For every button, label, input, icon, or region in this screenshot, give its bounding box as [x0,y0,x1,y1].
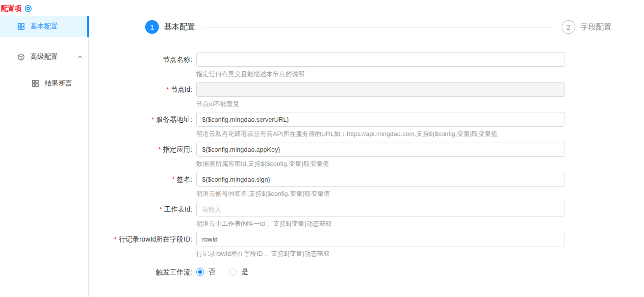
required-mark: * [114,236,117,243]
step-basic-config[interactable]: 1 基本配置 [145,20,195,34]
chevron-up-icon[interactable] [77,55,82,58]
aim-icon [25,5,32,12]
sidebar-item-label: 结果断言 [45,79,82,88]
trigger-workflow-radio-yes[interactable]: 是 [229,268,248,276]
radio-label: 否 [208,268,215,276]
form-row-node-name: 节点名称: 指定任何有意义且能描述本节点的说明 [89,52,644,78]
basic-config-form: 节点名称: 指定任何有意义且能描述本节点的说明 *节点Id: 节点id不能重复 … [89,52,644,279]
config-sidebar: 配置项 基本配置 [0,0,89,297]
field-hint: 明道云中工作表的唯一id， 支持${变量}动态获取 [196,220,565,228]
sign-input[interactable] [196,172,565,187]
form-row-trigger-workflow: 触发工作流: 否 是 [89,265,644,279]
field-label: *指定应用: [89,142,192,168]
grid-icon [32,80,39,87]
field-hint: 明道云帐号的签名,支持${$config.变量}取变量值 [196,190,565,198]
node-name-input[interactable] [196,52,565,67]
field-hint: 数据表所属应用Id,支持${$config.变量}取变量值 [196,160,565,168]
field-label: 触发工作流: [89,265,192,279]
field-label: *服务器地址: [89,112,192,138]
sidebar-title: 配置项 [1,4,22,13]
form-row-node-id: *节点Id: 节点id不能重复 [89,82,644,108]
server-url-input[interactable] [196,112,565,127]
form-row-worksheet-id: *工作表Id: 明道云中工作表的唯一id， 支持${变量}动态获取 [89,202,644,228]
form-row-rowid-field: *行记录rowId所在字段ID: 行记录rowId所在字段ID， 支持${变量}… [89,232,644,258]
field-hint: 指定任何有意义且能描述本节点的说明 [196,70,565,78]
radio-label: 是 [241,268,248,276]
grid-icon [18,23,25,30]
sidebar-header: 配置项 [0,0,89,16]
field-label: 节点名称: [89,52,192,78]
rowid-field-input[interactable] [196,232,565,246]
radio-selected-icon [196,268,204,276]
form-row-server-url: *服务器地址: 明道云私有化部署或公有云API所在服务器的URL如：https:… [89,112,644,138]
required-mark: * [172,176,175,183]
required-mark: * [152,116,154,123]
page: 配置项 基本配置 [0,0,644,297]
sidebar-item-advanced-config[interactable]: 高级配置 [0,46,88,68]
field-hint: 行记录rowId所在字段ID， 支持${变量}动态获取 [196,250,565,258]
field-hint: 节点id不能重复 [196,100,565,108]
radio-unselected-icon [229,268,237,276]
sidebar-nav: 基本配置 高级配置 [0,16,89,297]
required-mark: * [158,146,161,153]
cube-icon [18,54,25,60]
trigger-workflow-radio-no[interactable]: 否 [196,268,215,276]
form-row-sign: *签名: 明道云帐号的签名,支持${$config.变量}取变量值 [89,172,644,198]
node-id-input [196,82,565,97]
required-mark: * [166,86,169,93]
trigger-workflow-radio-group: 否 是 [196,265,565,279]
worksheet-id-input[interactable] [196,202,565,216]
field-label: *签名: [89,172,192,198]
step-field-config[interactable]: 2 字段配置 [562,20,612,34]
steps-bar: 1 基本配置 2 字段配置 [145,20,612,34]
sidebar-item-label: 基本配置 [30,22,82,31]
required-mark: * [159,206,162,213]
app-key-input[interactable] [196,142,565,157]
field-label: *节点Id: [89,82,192,108]
sidebar-item-result-assert[interactable]: 结果断言 [0,73,88,94]
field-hint: 明道云私有化部署或公有云API所在服务器的URL如：https://api.mi… [196,130,565,138]
field-label: *行记录rowId所在字段ID: [89,232,192,258]
step-number: 2 [562,20,575,34]
step-title: 基本配置 [164,22,195,32]
field-label: *工作表Id: [89,202,192,228]
config-panel: 1 基本配置 2 字段配置 节点名称: 指定任何有意义且能描述本节点的说明 [89,0,644,297]
form-row-app-key: *指定应用: 数据表所属应用Id,支持${$config.变量}取变量值 [89,142,644,168]
sidebar-item-basic-config[interactable]: 基本配置 [0,16,88,37]
step-number: 1 [145,20,159,34]
step-title: 字段配置 [580,22,612,32]
sidebar-item-label: 高级配置 [30,53,77,61]
step-connector [202,27,555,27]
